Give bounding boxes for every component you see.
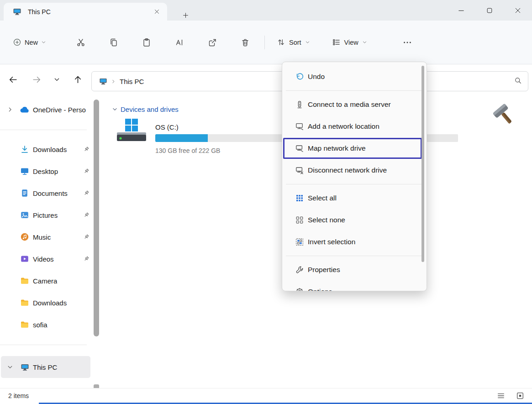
sidebar-item-downloads-folder[interactable]: Downloads [0,292,91,314]
view-button-label: View [344,39,358,46]
menu-item-label: Add a network location [308,122,379,131]
disconnect-network-drive-icon [295,166,304,175]
sidebar-item-label: Camera [33,277,57,285]
navigation-pane: OneDrive - Perso Downloads Desktop Docum… [0,96,91,388]
menu-separator [286,90,423,91]
status-bar: 2 items [0,388,532,403]
properties-icon [295,265,304,274]
chevron-right-icon [111,79,116,84]
new-button[interactable]: New [8,34,51,51]
view-icon [332,38,341,47]
sidebar-separator [0,345,87,345]
group-header-devices-and-drives[interactable]: Devices and drives [112,105,179,113]
menu-item-label: Options [308,288,332,291]
menu-item-select-all[interactable]: Select all [282,187,427,209]
pictures-icon [20,210,29,220]
folder-icon [20,298,29,307]
delete-icon[interactable] [236,34,254,51]
drive-name[interactable]: OS (C:) [155,123,179,131]
this-pc-icon [20,363,29,372]
media-server-icon [295,100,304,109]
pin-icon [83,146,90,152]
desktop-icon [20,167,29,176]
pin-icon [83,190,90,196]
menu-item-properties[interactable]: Properties [282,259,427,281]
chevron-right-icon[interactable] [5,106,15,113]
os-drive-icon[interactable] [115,118,149,144]
rename-icon[interactable] [170,34,189,51]
sidebar-item-label: Downloads [33,146,67,153]
sidebar-item-camera[interactable]: Camera [0,270,91,292]
menu-item-label: Select none [308,216,345,224]
menu-item-undo[interactable]: Undo [282,66,427,88]
pin-icon [83,168,90,174]
menu-item-select-none[interactable]: Select none [282,209,427,231]
sidebar-item-this-pc[interactable]: This PC [1,356,90,378]
sidebar-item-label: Desktop [33,168,58,175]
sidebar-item-downloads[interactable]: Downloads [0,138,91,160]
menu-item-label: Connect to a media server [308,100,391,109]
details-view-icon[interactable] [495,390,506,401]
menu-item-connect-media-server[interactable]: Connect to a media server [282,94,427,115]
chevron-down-icon[interactable] [112,106,118,112]
menu-scrollbar[interactable] [421,66,424,262]
see-more-icon [403,38,412,47]
sort-button[interactable]: Sort [272,34,315,51]
breadcrumb-this-pc[interactable]: This PC [120,78,144,85]
menu-item-options[interactable]: Options [282,281,427,291]
music-icon [20,232,29,241]
sidebar-scrollbar[interactable] [94,100,99,336]
sidebar-item-pictures[interactable]: Pictures [0,204,91,226]
see-more-button[interactable] [397,34,417,51]
options-icon [295,287,304,291]
cut-icon[interactable] [72,34,90,51]
onedrive-cloud-icon [20,106,29,113]
menu-item-map-network-drive[interactable]: Map network drive [282,137,427,159]
downloads-icon [20,145,29,154]
sidebar-item-label: This PC [33,363,57,371]
pin-icon [83,212,90,218]
address-row: This PC [0,65,532,96]
maximize-button[interactable] [475,0,504,21]
folder-icon [20,320,29,329]
map-network-drive-icon [295,144,304,153]
new-tab-button[interactable] [179,9,192,21]
invert-selection-icon [295,237,304,247]
recent-locations-chevron-icon[interactable] [48,71,65,88]
tab-close-icon[interactable] [151,6,163,17]
menu-separator [286,184,423,184]
share-icon[interactable] [203,34,221,51]
tab-this-pc[interactable]: This PC [4,3,167,21]
menu-item-add-network-location[interactable]: Add a network location [282,115,427,137]
menu-item-disconnect-network-drive[interactable]: Disconnect network drive [282,159,427,181]
chevron-down-icon [362,40,367,45]
chevron-down-icon[interactable] [5,364,15,370]
menu-item-label: Undo [308,73,325,81]
sidebar-item-sofia[interactable]: sofia [0,314,91,336]
sidebar-item-onedrive[interactable]: OneDrive - Perso [0,99,91,121]
minimize-button[interactable] [447,0,475,21]
sidebar-item-music[interactable]: Music [0,226,91,248]
sidebar-item-label: Downloads [33,299,67,307]
sidebar-item-label: OneDrive - Perso [33,106,86,114]
close-button[interactable] [504,0,532,21]
drive-usage-bar [155,134,283,142]
view-button[interactable]: View [327,34,372,51]
sidebar-item-desktop[interactable]: Desktop [0,160,91,182]
sort-button-label: Sort [289,39,301,46]
sidebar-item-documents[interactable]: Documents [0,182,91,204]
copy-icon[interactable] [105,34,123,51]
back-button[interactable] [5,71,21,88]
menu-item-label: Select all [308,194,337,202]
forward-button[interactable] [28,71,45,88]
menu-item-label: Invert selection [308,238,355,246]
group-header-label: Devices and drives [121,105,179,113]
menu-item-invert-selection[interactable]: Invert selection [282,231,427,253]
search-icon[interactable] [514,77,522,84]
paste-icon[interactable] [137,34,156,51]
thumbnail-view-icon[interactable] [515,390,526,401]
menu-item-label: Map network drive [308,144,366,152]
sidebar-item-videos[interactable]: Videos [0,248,91,270]
up-button[interactable] [69,71,86,88]
window-controls [447,0,532,21]
